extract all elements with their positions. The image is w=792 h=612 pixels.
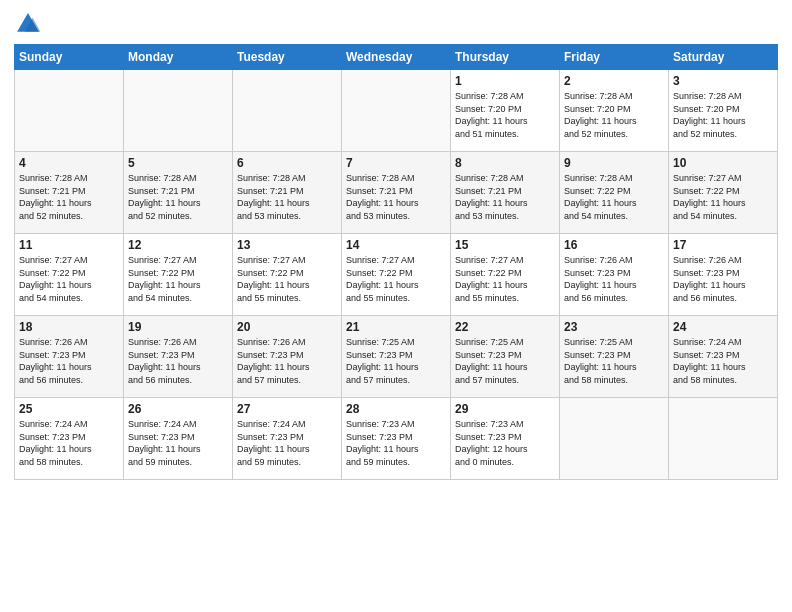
day-number: 28: [346, 402, 446, 416]
calendar-cell: 20Sunrise: 7:26 AM Sunset: 7:23 PM Dayli…: [233, 316, 342, 398]
calendar-cell: [124, 70, 233, 152]
day-info: Sunrise: 7:26 AM Sunset: 7:23 PM Dayligh…: [19, 336, 119, 386]
day-number: 26: [128, 402, 228, 416]
calendar-cell: 18Sunrise: 7:26 AM Sunset: 7:23 PM Dayli…: [15, 316, 124, 398]
calendar-cell: 15Sunrise: 7:27 AM Sunset: 7:22 PM Dayli…: [451, 234, 560, 316]
calendar-cell: 29Sunrise: 7:23 AM Sunset: 7:23 PM Dayli…: [451, 398, 560, 480]
calendar-cell: 1Sunrise: 7:28 AM Sunset: 7:20 PM Daylig…: [451, 70, 560, 152]
weekday-header-row: SundayMondayTuesdayWednesdayThursdayFrid…: [15, 45, 778, 70]
calendar-cell: [233, 70, 342, 152]
calendar-cell: 9Sunrise: 7:28 AM Sunset: 7:22 PM Daylig…: [560, 152, 669, 234]
day-info: Sunrise: 7:23 AM Sunset: 7:23 PM Dayligh…: [346, 418, 446, 468]
calendar-cell: 7Sunrise: 7:28 AM Sunset: 7:21 PM Daylig…: [342, 152, 451, 234]
day-info: Sunrise: 7:24 AM Sunset: 7:23 PM Dayligh…: [19, 418, 119, 468]
day-number: 15: [455, 238, 555, 252]
calendar-cell: 10Sunrise: 7:27 AM Sunset: 7:22 PM Dayli…: [669, 152, 778, 234]
day-number: 9: [564, 156, 664, 170]
day-info: Sunrise: 7:28 AM Sunset: 7:21 PM Dayligh…: [346, 172, 446, 222]
day-number: 18: [19, 320, 119, 334]
calendar-cell: 8Sunrise: 7:28 AM Sunset: 7:21 PM Daylig…: [451, 152, 560, 234]
day-info: Sunrise: 7:28 AM Sunset: 7:21 PM Dayligh…: [128, 172, 228, 222]
day-info: Sunrise: 7:28 AM Sunset: 7:20 PM Dayligh…: [455, 90, 555, 140]
day-number: 21: [346, 320, 446, 334]
day-info: Sunrise: 7:24 AM Sunset: 7:23 PM Dayligh…: [237, 418, 337, 468]
day-number: 24: [673, 320, 773, 334]
calendar-cell: [342, 70, 451, 152]
day-number: 16: [564, 238, 664, 252]
calendar-cell: 17Sunrise: 7:26 AM Sunset: 7:23 PM Dayli…: [669, 234, 778, 316]
calendar-cell: [560, 398, 669, 480]
week-row-2: 4Sunrise: 7:28 AM Sunset: 7:21 PM Daylig…: [15, 152, 778, 234]
day-info: Sunrise: 7:28 AM Sunset: 7:22 PM Dayligh…: [564, 172, 664, 222]
day-number: 27: [237, 402, 337, 416]
day-number: 10: [673, 156, 773, 170]
weekday-header-friday: Friday: [560, 45, 669, 70]
calendar-cell: 3Sunrise: 7:28 AM Sunset: 7:20 PM Daylig…: [669, 70, 778, 152]
calendar-cell: 27Sunrise: 7:24 AM Sunset: 7:23 PM Dayli…: [233, 398, 342, 480]
calendar-cell: 16Sunrise: 7:26 AM Sunset: 7:23 PM Dayli…: [560, 234, 669, 316]
day-number: 14: [346, 238, 446, 252]
header: Blue: [14, 10, 778, 38]
day-number: 29: [455, 402, 555, 416]
day-info: Sunrise: 7:28 AM Sunset: 7:20 PM Dayligh…: [673, 90, 773, 140]
weekday-header-wednesday: Wednesday: [342, 45, 451, 70]
calendar-cell: 11Sunrise: 7:27 AM Sunset: 7:22 PM Dayli…: [15, 234, 124, 316]
week-row-4: 18Sunrise: 7:26 AM Sunset: 7:23 PM Dayli…: [15, 316, 778, 398]
day-number: 5: [128, 156, 228, 170]
day-info: Sunrise: 7:28 AM Sunset: 7:21 PM Dayligh…: [455, 172, 555, 222]
day-info: Sunrise: 7:23 AM Sunset: 7:23 PM Dayligh…: [455, 418, 555, 468]
day-info: Sunrise: 7:24 AM Sunset: 7:23 PM Dayligh…: [673, 336, 773, 386]
weekday-header-tuesday: Tuesday: [233, 45, 342, 70]
day-number: 11: [19, 238, 119, 252]
weekday-header-sunday: Sunday: [15, 45, 124, 70]
day-number: 13: [237, 238, 337, 252]
day-number: 25: [19, 402, 119, 416]
week-row-1: 1Sunrise: 7:28 AM Sunset: 7:20 PM Daylig…: [15, 70, 778, 152]
day-info: Sunrise: 7:27 AM Sunset: 7:22 PM Dayligh…: [346, 254, 446, 304]
calendar-cell: 19Sunrise: 7:26 AM Sunset: 7:23 PM Dayli…: [124, 316, 233, 398]
day-info: Sunrise: 7:27 AM Sunset: 7:22 PM Dayligh…: [19, 254, 119, 304]
day-info: Sunrise: 7:25 AM Sunset: 7:23 PM Dayligh…: [564, 336, 664, 386]
day-number: 3: [673, 74, 773, 88]
day-info: Sunrise: 7:28 AM Sunset: 7:21 PM Dayligh…: [237, 172, 337, 222]
calendar-cell: 6Sunrise: 7:28 AM Sunset: 7:21 PM Daylig…: [233, 152, 342, 234]
day-info: Sunrise: 7:26 AM Sunset: 7:23 PM Dayligh…: [237, 336, 337, 386]
day-info: Sunrise: 7:25 AM Sunset: 7:23 PM Dayligh…: [455, 336, 555, 386]
day-number: 8: [455, 156, 555, 170]
calendar-cell: 13Sunrise: 7:27 AM Sunset: 7:22 PM Dayli…: [233, 234, 342, 316]
calendar-cell: 25Sunrise: 7:24 AM Sunset: 7:23 PM Dayli…: [15, 398, 124, 480]
calendar-cell: 21Sunrise: 7:25 AM Sunset: 7:23 PM Dayli…: [342, 316, 451, 398]
logo: Blue: [14, 10, 46, 38]
week-row-3: 11Sunrise: 7:27 AM Sunset: 7:22 PM Dayli…: [15, 234, 778, 316]
day-number: 12: [128, 238, 228, 252]
calendar-cell: 14Sunrise: 7:27 AM Sunset: 7:22 PM Dayli…: [342, 234, 451, 316]
day-info: Sunrise: 7:25 AM Sunset: 7:23 PM Dayligh…: [346, 336, 446, 386]
calendar-cell: 2Sunrise: 7:28 AM Sunset: 7:20 PM Daylig…: [560, 70, 669, 152]
day-info: Sunrise: 7:26 AM Sunset: 7:23 PM Dayligh…: [673, 254, 773, 304]
day-info: Sunrise: 7:27 AM Sunset: 7:22 PM Dayligh…: [128, 254, 228, 304]
weekday-header-monday: Monday: [124, 45, 233, 70]
calendar-cell: [669, 398, 778, 480]
day-number: 6: [237, 156, 337, 170]
day-info: Sunrise: 7:28 AM Sunset: 7:20 PM Dayligh…: [564, 90, 664, 140]
calendar-cell: 4Sunrise: 7:28 AM Sunset: 7:21 PM Daylig…: [15, 152, 124, 234]
calendar-cell: 24Sunrise: 7:24 AM Sunset: 7:23 PM Dayli…: [669, 316, 778, 398]
calendar-cell: 5Sunrise: 7:28 AM Sunset: 7:21 PM Daylig…: [124, 152, 233, 234]
day-info: Sunrise: 7:28 AM Sunset: 7:21 PM Dayligh…: [19, 172, 119, 222]
logo-icon: [14, 10, 42, 38]
day-number: 17: [673, 238, 773, 252]
weekday-header-saturday: Saturday: [669, 45, 778, 70]
day-number: 2: [564, 74, 664, 88]
day-number: 23: [564, 320, 664, 334]
day-number: 19: [128, 320, 228, 334]
calendar-cell: [15, 70, 124, 152]
day-info: Sunrise: 7:26 AM Sunset: 7:23 PM Dayligh…: [128, 336, 228, 386]
day-info: Sunrise: 7:24 AM Sunset: 7:23 PM Dayligh…: [128, 418, 228, 468]
calendar-cell: 23Sunrise: 7:25 AM Sunset: 7:23 PM Dayli…: [560, 316, 669, 398]
day-number: 4: [19, 156, 119, 170]
day-number: 20: [237, 320, 337, 334]
calendar-cell: 26Sunrise: 7:24 AM Sunset: 7:23 PM Dayli…: [124, 398, 233, 480]
day-info: Sunrise: 7:27 AM Sunset: 7:22 PM Dayligh…: [673, 172, 773, 222]
weekday-header-thursday: Thursday: [451, 45, 560, 70]
calendar-cell: 22Sunrise: 7:25 AM Sunset: 7:23 PM Dayli…: [451, 316, 560, 398]
